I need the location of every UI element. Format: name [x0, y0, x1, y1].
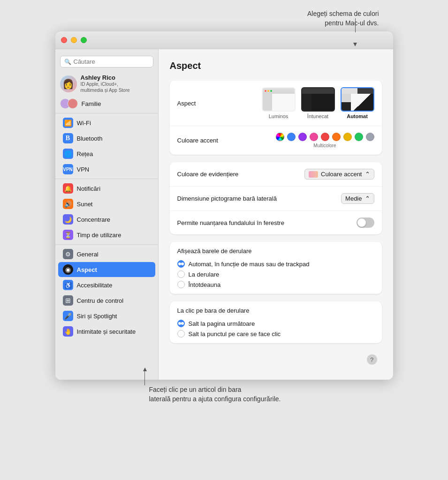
sidebar-item-familie[interactable]: Familie — [55, 96, 158, 111]
scroll-la-derulare-radio[interactable] — [177, 270, 185, 278]
search-box[interactable]: 🔍 — [60, 56, 153, 68]
scroll-bars-group: Afișează barele de derulare Automat, în … — [170, 242, 382, 294]
click-scroll-punct-label: Salt la punctul pe care se face clic — [189, 330, 281, 338]
icon-size-value: Medie — [345, 195, 362, 202]
help-button[interactable]: ? — [367, 354, 377, 365]
search-input[interactable] — [74, 58, 149, 65]
click-scroll-pagina-option[interactable]: Salt la pagina următoare — [177, 320, 374, 327]
user-name: Ashley Rico — [81, 74, 130, 81]
family-label: Familie — [82, 100, 101, 107]
sidebar-item-aspect[interactable]: ◉ Aspect — [58, 262, 155, 277]
sidebar-item-accesib[interactable]: ♿ Accesibilitate — [58, 278, 155, 292]
sidebar-item-bluetooth[interactable]: B Bluetooth — [58, 131, 155, 146]
window: 🔍 👩 Ashley Rico ID Apple, iCloud+, multi… — [55, 31, 393, 380]
sidebar-item-vpn[interactable]: VPN VPN — [58, 162, 155, 177]
highlight-swatch — [309, 171, 318, 178]
appearance-option-automat[interactable]: Automat — [341, 87, 374, 119]
sidebar-item-label: VPN — [77, 166, 90, 173]
sunet-icon: 🔊 — [63, 199, 73, 209]
scroll-auto-radio[interactable] — [177, 260, 185, 268]
scroll-bars-title: Afișează barele de derulare — [177, 248, 374, 255]
appearance-thumb-dark — [301, 87, 335, 112]
sidebar-item-retea[interactable]: 🌐 Rețea — [58, 146, 155, 161]
sidebar-item-label: Concentrare — [77, 216, 111, 223]
scroll-intotdeauna-radio[interactable] — [177, 281, 185, 288]
appearance-label-luminos: Luminos — [269, 113, 289, 119]
centru-icon: ⊞ — [63, 295, 73, 306]
swatch-multicolor[interactable] — [276, 133, 284, 141]
intimitate-icon: 🤚 — [63, 326, 73, 337]
maximize-button[interactable] — [81, 37, 87, 43]
click-scroll-group: La clic pe bara de derulare Salt la pagi… — [170, 301, 382, 343]
swatch-yellow[interactable] — [343, 133, 352, 141]
background-tint-row: Permite nuanțarea fundalului în ferestre — [170, 211, 382, 234]
accesib-icon: ♿ — [63, 280, 73, 290]
general-icon: ⚙ — [63, 249, 73, 259]
appearance-options: Luminos — [262, 87, 374, 119]
sidebar-divider-3 — [55, 244, 158, 245]
sidebar-item-wifi[interactable]: 📶 Wi-Fi — [58, 115, 155, 130]
appearance-thumb-light — [262, 87, 296, 112]
swatch-orange[interactable] — [332, 133, 341, 141]
sidebar-divider-2 — [55, 179, 158, 179]
appearance-label-automat: Automat — [347, 113, 368, 119]
sidebar-item-notificari[interactable]: 🔔 Notificări — [58, 181, 155, 196]
page-title: Aspect — [170, 60, 382, 71]
color-swatches-container: Multicolore — [276, 133, 374, 148]
main-content: Aspect Aspect — [159, 49, 393, 380]
scroll-bars-card: Afișează barele de derulare Automat, în … — [170, 242, 382, 294]
timp-icon: ⏳ — [63, 230, 73, 240]
minimize-button[interactable] — [71, 37, 77, 43]
scroll-auto-option[interactable]: Automat, în funcție de maus sau de track… — [177, 260, 374, 268]
scroll-auto-label: Automat, în funcție de maus sau de track… — [189, 261, 310, 268]
siri-icon: 🎤 — [63, 311, 73, 321]
scroll-intotdeauna-option[interactable]: Întotdeauna — [177, 281, 374, 288]
icon-size-dropdown[interactable]: Medie ⌃ — [341, 193, 374, 204]
highlight-value: Culoare accent — [321, 171, 362, 178]
sidebar-item-label: Notificări — [77, 185, 101, 192]
swatch-red[interactable] — [321, 133, 329, 141]
highlight-row: Culoare de evidențiere Culoare accent ⌃ — [170, 162, 382, 187]
appearance-label-intunecat: Întunecat — [307, 113, 328, 119]
annotation-bottom: Faceți clic pe un articol din bara later… — [55, 385, 393, 404]
chevron-down-icon: ⌃ — [365, 171, 370, 178]
sidebar-item-label: Centru de control — [77, 297, 124, 304]
family-avatar-2 — [68, 98, 78, 109]
retea-icon: 🌐 — [63, 149, 73, 159]
sidebar-item-general[interactable]: ⚙ General — [58, 247, 155, 262]
highlight-color-card: Culoare de evidențiere Culoare accent ⌃ … — [170, 162, 382, 234]
user-subtitle: ID Apple, iCloud+, multimedia și App Sto… — [81, 81, 130, 93]
background-tint-label: Permite nuanțarea fundalului în ferestre — [177, 219, 284, 226]
sidebar-item-label: Accesibilitate — [77, 282, 113, 289]
swatch-purple[interactable] — [298, 133, 307, 141]
icon-size-row: Dimensiune pictograme bară laterală Medi… — [170, 187, 382, 211]
swatch-gray[interactable] — [366, 133, 374, 141]
sidebar-item-intimitate[interactable]: 🤚 Intimitate și securitate — [58, 324, 155, 339]
click-scroll-punct-option[interactable]: Salt la punctul pe care se face clic — [177, 330, 374, 338]
sidebar-item-label: Aspect — [77, 266, 97, 273]
annotation-top: Alegeți schema de culori pentru Mac-ul d… — [65, 9, 384, 28]
sidebar-item-siri[interactable]: 🎤 Siri și Spotlight — [58, 308, 155, 323]
swatch-green[interactable] — [355, 133, 363, 141]
sidebar-item-concentrare[interactable]: 🌙 Concentrare — [58, 212, 155, 227]
sidebar-item-label: Wi-Fi — [77, 120, 91, 127]
highlight-dropdown[interactable]: Culoare accent ⌃ — [304, 169, 374, 180]
swatch-pink[interactable] — [310, 133, 318, 141]
sidebar-item-label: Bluetooth — [77, 135, 103, 142]
window-body: 🔍 👩 Ashley Rico ID Apple, iCloud+, multi… — [55, 49, 393, 380]
swatch-blue[interactable] — [287, 133, 296, 141]
sidebar: 🔍 👩 Ashley Rico ID Apple, iCloud+, multi… — [55, 49, 159, 380]
scroll-la-derulare-option[interactable]: La derulare — [177, 270, 374, 278]
appearance-option-intunecat[interactable]: Întunecat — [301, 87, 335, 119]
appearance-option-luminos[interactable]: Luminos — [262, 87, 296, 119]
sidebar-item-sunet[interactable]: 🔊 Sunet — [58, 196, 155, 211]
click-scroll-pagina-radio[interactable] — [177, 320, 185, 327]
close-button[interactable] — [61, 37, 67, 43]
sidebar-item-centru[interactable]: ⊞ Centru de control — [58, 293, 155, 308]
click-scroll-punct-radio[interactable] — [177, 330, 185, 338]
background-tint-toggle[interactable] — [357, 218, 374, 228]
sidebar-user-item[interactable]: 👩 Ashley Rico ID Apple, iCloud+, multime… — [55, 71, 158, 96]
sidebar-item-timp[interactable]: ⏳ Timp de utilizare — [58, 227, 155, 242]
sidebar-item-label: Siri și Spotlight — [77, 313, 117, 320]
click-scroll-title: La clic pe bara de derulare — [177, 307, 374, 314]
